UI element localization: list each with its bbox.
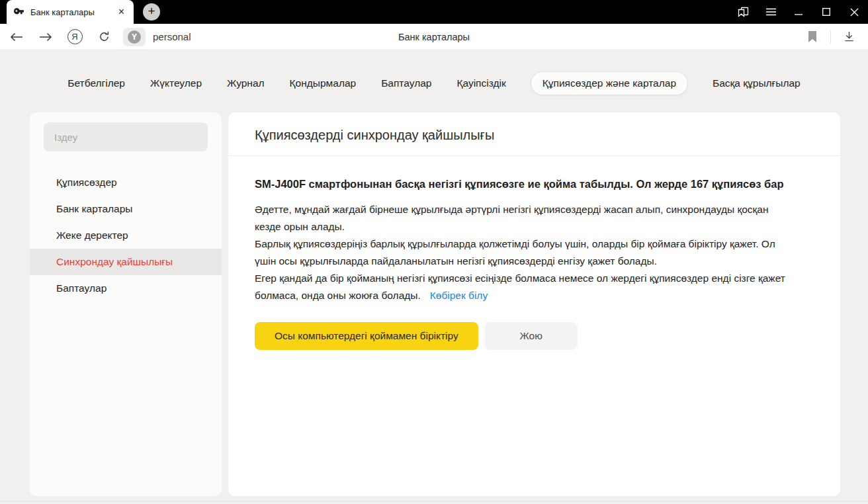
sync-conflict-content: SM-J400F смартфонынан басқа негізгі құпи… — [228, 156, 814, 350]
conflict-description: Әдетте, мұндай жағдай бірнеше құрылғыда … — [255, 201, 787, 304]
settings-nav-tabs: Бетбелгілер Жүктеулер Журнал Қондырмалар… — [0, 70, 868, 97]
sidebar-item-settings[interactable]: Баптаулар — [30, 275, 222, 302]
description-paragraph-1: Әдетте, мұндай жағдай бірнеше құрылғыда … — [255, 201, 787, 235]
menu-icon[interactable] — [757, 0, 785, 24]
action-buttons: Осы компьютердегі қоймамен біріктіру Жою — [255, 322, 787, 350]
sidebar-menu: Құпиясөздер Банк карталары Жеке деректер… — [30, 169, 222, 302]
toolbar-actions — [803, 27, 859, 47]
forward-icon[interactable] — [36, 27, 56, 47]
tab-settings[interactable]: Баптаулар — [381, 72, 431, 95]
learn-more-link[interactable]: Көбірек білу — [430, 290, 488, 301]
titlebar: Банк карталары × + — [0, 0, 868, 24]
window-controls — [729, 0, 868, 24]
bottom-edge — [0, 501, 868, 504]
key-icon — [13, 7, 24, 18]
toolbar-divider — [830, 30, 831, 44]
tab-passwords-and-cards[interactable]: Құпиясөздер және карталар — [531, 72, 687, 95]
address-text[interactable]: personal — [153, 31, 191, 42]
description-paragraph-3: Егер қандай да бір қойманың негізгі құпи… — [255, 270, 787, 304]
maximize-button[interactable] — [812, 0, 840, 24]
yandex-home-icon[interactable]: Я — [65, 27, 85, 47]
description-paragraph-2: Барлық құпиясөздеріңіз барлық құрылғылар… — [255, 235, 787, 270]
tab-bookmarks[interactable]: Бетбелгілер — [67, 72, 125, 95]
tab-downloads[interactable]: Жүктеулер — [150, 72, 202, 95]
sidebar-item-personal-data[interactable]: Жеке деректер — [30, 222, 222, 249]
tab-history[interactable]: Журнал — [227, 72, 265, 95]
site-badge: Y — [123, 28, 146, 46]
profile-badge-icon: Y — [128, 30, 141, 44]
tab-security[interactable]: Қауіпсіздік — [456, 72, 505, 95]
browser-window: Банк карталары × + — [0, 0, 868, 504]
toolbar-nav-group: Я Y personal — [0, 27, 191, 47]
section-heading: Құпиясөздерді синхрондау қайшылығы — [228, 112, 840, 155]
bookmark-icon[interactable] — [803, 27, 822, 47]
sidebar-item-bank-cards[interactable]: Банк карталары — [30, 196, 222, 222]
address-bar[interactable]: Y personal — [123, 28, 191, 46]
tab-close-icon[interactable]: × — [116, 5, 127, 19]
back-icon[interactable] — [7, 27, 26, 47]
conflict-title: SM-J400F смартфонынан басқа негізгі құпи… — [255, 175, 787, 194]
sidebar: Құпиясөздер Банк карталары Жеке деректер… — [30, 112, 222, 496]
tab-extensions[interactable]: Қондырмалар — [290, 72, 357, 95]
refresh-icon[interactable] — [94, 27, 114, 47]
main-panel: Құпиясөздерді синхрондау қайшылығы SM-J4… — [228, 112, 840, 496]
sidebar-item-sync-conflict[interactable]: Синхрондау қайшылығы — [30, 249, 222, 275]
merge-button[interactable]: Осы компьютердегі қоймамен біріктіру — [255, 322, 478, 350]
downloads-icon[interactable] — [839, 27, 859, 47]
sidebar-item-passwords[interactable]: Құпиясөздер — [30, 169, 222, 196]
new-tab-button[interactable]: + — [143, 3, 160, 21]
tab-other-devices[interactable]: Басқа құрылғылар — [713, 72, 801, 95]
side-panels-icon[interactable] — [729, 0, 757, 24]
browser-tab[interactable]: Банк карталары × — [7, 0, 134, 24]
toolbar: Я Y personal Банк карталары — [0, 24, 868, 50]
close-button[interactable] — [840, 0, 868, 24]
delete-button[interactable]: Жою — [485, 322, 578, 350]
minimize-button[interactable] — [785, 0, 812, 24]
search-input[interactable] — [44, 122, 208, 151]
tab-title: Банк карталары — [30, 7, 116, 17]
description-paragraph-3-text: Егер қандай да бір қойманың негізгі құпи… — [255, 273, 785, 301]
